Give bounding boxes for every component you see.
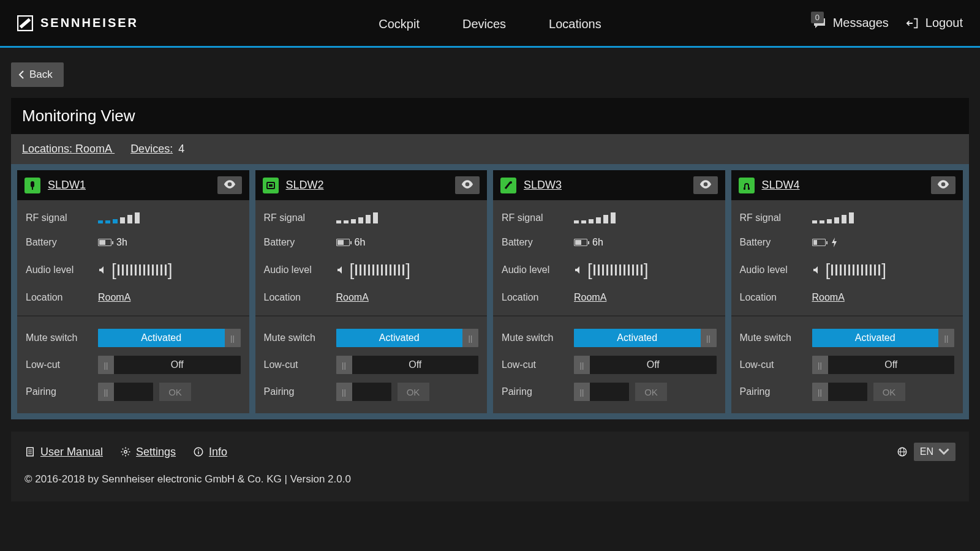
battery-icon <box>812 239 826 246</box>
speaker-icon <box>98 266 107 274</box>
svg-rect-2 <box>32 187 33 190</box>
device-location-link[interactable]: RoomA <box>812 292 845 303</box>
rf-signal-meter <box>336 212 378 223</box>
device-type-icon <box>263 178 279 193</box>
top-bar: SENNHEISER Cockpit Devices Locations 0 M… <box>0 0 980 48</box>
audio-level-meter: [] <box>350 261 411 279</box>
pairing-ok-button[interactable]: OK <box>635 383 667 401</box>
lowcut-toggle[interactable]: ||Off <box>336 356 479 374</box>
topbar-right: 0 Messages Logout <box>812 16 963 31</box>
crumb-locations[interactable]: Locations: RoomA <box>22 143 115 155</box>
device-card-header: SLDW4 <box>731 170 963 200</box>
audio-level-meter: [] <box>111 261 173 279</box>
info-icon <box>193 446 204 457</box>
pairing-ok-button[interactable]: OK <box>873 383 905 401</box>
svg-rect-1 <box>31 181 34 187</box>
device-card: SLDW4 RF signal Battery Audio level [] L… <box>731 170 963 413</box>
document-icon <box>24 446 36 457</box>
eye-icon <box>461 180 473 189</box>
device-card-header: SLDW3 <box>493 170 725 200</box>
svg-rect-6 <box>744 187 745 190</box>
back-label: Back <box>29 69 53 81</box>
logout-icon <box>906 17 919 30</box>
brand-text: SENNHEISER <box>40 16 138 30</box>
mute-switch-toggle[interactable]: Activated|| <box>812 329 955 347</box>
mute-switch-toggle[interactable]: Activated|| <box>336 329 479 347</box>
pairing-toggle[interactable]: || <box>812 383 867 401</box>
speaker-icon <box>812 266 821 274</box>
audio-level-meter: [] <box>826 261 887 279</box>
chevron-down-icon <box>938 446 949 457</box>
battery-icon <box>98 239 111 246</box>
device-grid: SLDW1 RF signal Battery 3h Audio level [… <box>11 164 969 419</box>
device-name-link[interactable]: SLDW3 <box>524 179 686 192</box>
rf-signal-meter <box>574 212 616 223</box>
page: Back Monitoring View Locations: RoomA De… <box>0 48 980 516</box>
footer-user-manual[interactable]: User Manual <box>24 446 103 459</box>
pairing-toggle[interactable]: || <box>336 383 391 401</box>
svg-point-5 <box>510 181 512 184</box>
messages-button[interactable]: 0 Messages <box>812 16 889 31</box>
svg-rect-7 <box>748 187 750 190</box>
logout-button[interactable]: Logout <box>906 16 963 30</box>
footer-info[interactable]: Info <box>193 446 227 459</box>
gear-icon <box>120 446 131 457</box>
device-card: SLDW1 RF signal Battery 3h Audio level [… <box>17 170 249 413</box>
mute-switch-toggle[interactable]: Activated|| <box>98 329 241 347</box>
pairing-ok-button[interactable]: OK <box>159 383 191 401</box>
battery-icon <box>574 239 587 246</box>
pairing-toggle[interactable]: || <box>98 383 153 401</box>
nav-cockpit[interactable]: Cockpit <box>379 17 420 31</box>
language-area: EN <box>897 443 956 461</box>
mute-switch-toggle[interactable]: Activated|| <box>574 329 717 347</box>
identify-button[interactable] <box>217 176 242 194</box>
footer: User Manual Settings Info EN © 2016-2018… <box>11 432 969 501</box>
device-name-link[interactable]: SLDW2 <box>286 179 448 192</box>
footer-settings[interactable]: Settings <box>120 446 176 459</box>
identify-button[interactable] <box>455 176 480 194</box>
messages-label: Messages <box>833 16 889 30</box>
pairing-ok-button[interactable]: OK <box>398 383 429 401</box>
device-card-header: SLDW2 <box>255 170 488 200</box>
device-card: SLDW2 RF signal Battery 6h Audio level [… <box>255 170 488 413</box>
copyright: © 2016-2018 by Sennheiser electronic Gmb… <box>24 473 956 485</box>
lowcut-toggle[interactable]: ||Off <box>812 356 955 374</box>
nav-locations[interactable]: Locations <box>549 17 601 31</box>
device-location-link[interactable]: RoomA <box>574 292 606 303</box>
device-type-icon <box>739 178 755 193</box>
page-title: Monitoring View <box>11 98 969 134</box>
eye-icon <box>699 180 712 189</box>
device-name-link[interactable]: SLDW4 <box>762 179 924 192</box>
breadcrumb: Locations: RoomA Devices: 4 <box>11 134 969 164</box>
rf-signal-meter <box>812 212 854 223</box>
globe-icon <box>897 446 908 457</box>
language-select[interactable]: EN <box>914 443 956 461</box>
lowcut-toggle[interactable]: ||Off <box>574 356 717 374</box>
crumb-devices[interactable]: Devices: 4 <box>130 143 184 155</box>
identify-button[interactable] <box>693 176 718 194</box>
main-nav: Cockpit Devices Locations <box>379 17 601 31</box>
eye-icon <box>937 180 949 189</box>
device-location-link[interactable]: RoomA <box>336 292 369 303</box>
battery-value: 6h <box>592 237 603 248</box>
messages-badge: 0 <box>811 12 824 23</box>
back-button[interactable]: Back <box>11 62 64 87</box>
pairing-toggle[interactable]: || <box>574 383 629 401</box>
device-name-link[interactable]: SLDW1 <box>48 179 210 192</box>
eye-icon <box>224 180 236 189</box>
brand-logo: SENNHEISER <box>17 15 138 31</box>
speaker-icon <box>574 266 582 274</box>
sennheiser-logo-icon <box>17 15 33 31</box>
device-location-link[interactable]: RoomA <box>98 292 130 303</box>
logout-label: Logout <box>925 16 963 30</box>
speaker-icon <box>336 266 345 274</box>
nav-devices[interactable]: Devices <box>462 17 506 31</box>
lowcut-toggle[interactable]: ||Off <box>98 356 241 374</box>
svg-rect-4 <box>269 184 273 187</box>
chevron-left-icon <box>18 70 24 79</box>
device-card-header: SLDW1 <box>17 170 249 200</box>
device-type-icon <box>500 178 516 193</box>
svg-point-15 <box>198 449 199 451</box>
identify-button[interactable] <box>931 176 956 194</box>
battery-icon <box>336 239 350 246</box>
